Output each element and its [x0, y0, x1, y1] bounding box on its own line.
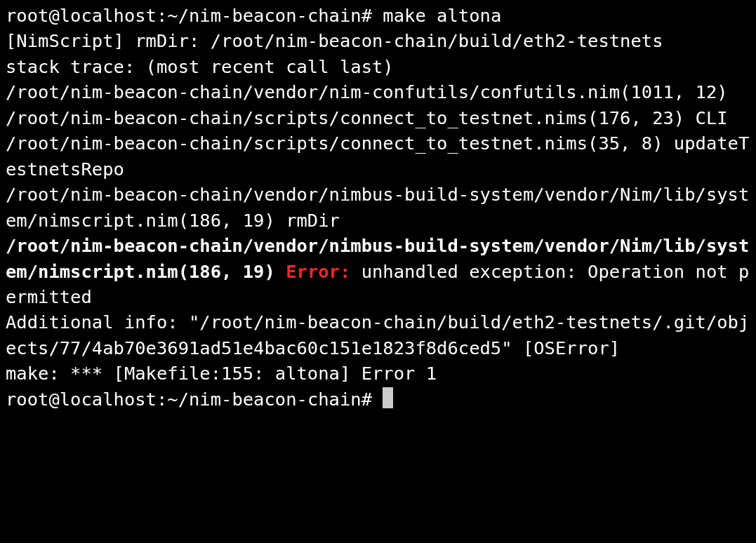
output-line: Additional info: "/root/nim-beacon-chain… — [6, 311, 749, 358]
prompt-user-host: root@localhost — [6, 389, 157, 410]
error-label: Error: — [286, 261, 350, 282]
prompt-cwd: ~/nim-beacon-chain — [167, 5, 361, 26]
output-line: /root/nim-beacon-chain/scripts/connect_t… — [6, 133, 749, 179]
output-line: [NimScript] rmDir: /root/nim-beacon-chai… — [6, 30, 663, 51]
prompt-symbol: # — [362, 389, 372, 410]
output-line: /root/nim-beacon-chain/vendor/nimbus-bui… — [6, 184, 749, 230]
output-line: /root/nim-beacon-chain/scripts/connect_t… — [6, 107, 728, 128]
prompt-cwd: ~/nim-beacon-chain — [167, 389, 361, 410]
prompt-symbol: # — [362, 5, 372, 26]
output-line: make: *** [Makefile:155: altona] Error 1 — [6, 363, 437, 384]
output-line: /root/nim-beacon-chain/vendor/nim-confut… — [6, 81, 728, 102]
cursor — [383, 387, 393, 408]
command-text: make altona — [383, 5, 501, 26]
output-line: stack trace: (most recent call last) — [6, 56, 394, 77]
prompt-user-host: root@localhost — [6, 5, 157, 26]
terminal-output[interactable]: root@localhost:~/nim-beacon-chain# make … — [0, 0, 756, 415]
